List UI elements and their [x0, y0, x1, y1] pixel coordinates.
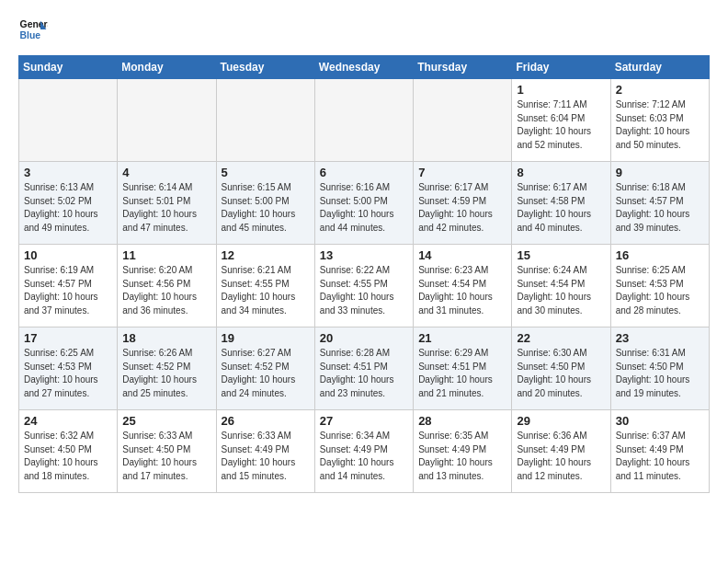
- day-number: 3: [24, 166, 112, 179]
- day-number: 25: [122, 414, 210, 428]
- day-info: Sunrise: 6:27 AM Sunset: 4:52 PM Dayligh…: [222, 347, 310, 400]
- weekday-header-tuesday: Tuesday: [216, 56, 314, 79]
- page-header: General Blue: [18, 15, 710, 44]
- calendar-cell: [314, 79, 413, 162]
- day-number: 9: [616, 166, 704, 179]
- day-info: Sunrise: 6:15 AM Sunset: 5:00 PM Dayligh…: [222, 181, 310, 235]
- day-info: Sunrise: 6:24 AM Sunset: 4:54 PM Dayligh…: [517, 264, 605, 317]
- day-number: 24: [24, 414, 112, 428]
- day-number: 14: [418, 248, 506, 262]
- calendar-table: SundayMondayTuesdayWednesdayThursdayFrid…: [18, 55, 710, 493]
- day-number: 11: [122, 248, 210, 262]
- day-info: Sunrise: 6:33 AM Sunset: 4:50 PM Dayligh…: [122, 430, 210, 483]
- day-number: 26: [222, 414, 310, 428]
- day-info: Sunrise: 6:17 AM Sunset: 4:59 PM Dayligh…: [418, 181, 506, 235]
- calendar-cell: [118, 79, 216, 162]
- calendar-cell: 29Sunrise: 6:36 AM Sunset: 4:49 PM Dayli…: [512, 410, 610, 493]
- calendar-cell: [19, 79, 118, 162]
- day-info: Sunrise: 6:16 AM Sunset: 5:00 PM Dayligh…: [320, 181, 408, 235]
- day-number: 6: [320, 166, 408, 179]
- day-info: Sunrise: 6:37 AM Sunset: 4:49 PM Dayligh…: [616, 430, 704, 483]
- logo-icon: General Blue: [18, 15, 48, 44]
- calendar-cell: 10Sunrise: 6:19 AM Sunset: 4:57 PM Dayli…: [19, 245, 118, 327]
- calendar-cell: 8Sunrise: 6:17 AM Sunset: 4:58 PM Daylig…: [512, 162, 610, 245]
- calendar-cell: 25Sunrise: 6:33 AM Sunset: 4:50 PM Dayli…: [118, 410, 216, 493]
- day-info: Sunrise: 6:35 AM Sunset: 4:49 PM Dayligh…: [418, 430, 506, 483]
- day-number: 30: [616, 414, 704, 428]
- day-info: Sunrise: 6:25 AM Sunset: 4:53 PM Dayligh…: [24, 347, 112, 400]
- svg-text:Blue: Blue: [20, 30, 41, 40]
- day-number: 21: [418, 331, 506, 345]
- day-info: Sunrise: 7:11 AM Sunset: 6:04 PM Dayligh…: [517, 98, 605, 152]
- day-info: Sunrise: 6:13 AM Sunset: 5:02 PM Dayligh…: [24, 181, 112, 235]
- calendar-cell: 24Sunrise: 6:32 AM Sunset: 4:50 PM Dayli…: [19, 410, 118, 493]
- day-info: Sunrise: 6:30 AM Sunset: 4:50 PM Dayligh…: [517, 347, 605, 400]
- calendar-cell: [216, 79, 314, 162]
- calendar-cell: 15Sunrise: 6:24 AM Sunset: 4:54 PM Dayli…: [512, 245, 610, 327]
- day-number: 13: [320, 248, 408, 262]
- day-info: Sunrise: 6:33 AM Sunset: 4:49 PM Dayligh…: [222, 430, 310, 483]
- calendar-cell: 19Sunrise: 6:27 AM Sunset: 4:52 PM Dayli…: [216, 327, 314, 410]
- day-info: Sunrise: 6:32 AM Sunset: 4:50 PM Dayligh…: [24, 430, 112, 483]
- day-number: 19: [222, 331, 310, 345]
- day-number: 2: [616, 83, 704, 97]
- weekday-header-saturday: Saturday: [610, 56, 709, 79]
- calendar-cell: 4Sunrise: 6:14 AM Sunset: 5:01 PM Daylig…: [118, 162, 216, 245]
- day-number: 10: [24, 248, 112, 262]
- calendar-cell: 28Sunrise: 6:35 AM Sunset: 4:49 PM Dayli…: [414, 410, 512, 493]
- day-number: 1: [517, 83, 605, 97]
- calendar-cell: 18Sunrise: 6:26 AM Sunset: 4:52 PM Dayli…: [118, 327, 216, 410]
- day-info: Sunrise: 6:34 AM Sunset: 4:49 PM Dayligh…: [320, 430, 408, 483]
- day-info: Sunrise: 6:23 AM Sunset: 4:54 PM Dayligh…: [418, 264, 506, 317]
- day-info: Sunrise: 6:26 AM Sunset: 4:52 PM Dayligh…: [122, 347, 210, 400]
- calendar-cell: 6Sunrise: 6:16 AM Sunset: 5:00 PM Daylig…: [314, 162, 413, 245]
- day-number: 28: [418, 414, 506, 428]
- day-number: 16: [616, 248, 704, 262]
- calendar-cell: 26Sunrise: 6:33 AM Sunset: 4:49 PM Dayli…: [216, 410, 314, 493]
- calendar-cell: 14Sunrise: 6:23 AM Sunset: 4:54 PM Dayli…: [414, 245, 512, 327]
- calendar-cell: 30Sunrise: 6:37 AM Sunset: 4:49 PM Dayli…: [610, 410, 709, 493]
- day-number: 5: [222, 166, 310, 179]
- weekday-header-friday: Friday: [512, 56, 610, 79]
- calendar-cell: [414, 79, 512, 162]
- day-info: Sunrise: 6:20 AM Sunset: 4:56 PM Dayligh…: [122, 264, 210, 317]
- logo: General Blue: [18, 15, 48, 44]
- day-number: 7: [418, 166, 506, 179]
- calendar-cell: 16Sunrise: 6:25 AM Sunset: 4:53 PM Dayli…: [610, 245, 709, 327]
- day-number: 4: [122, 166, 210, 179]
- calendar-cell: 9Sunrise: 6:18 AM Sunset: 4:57 PM Daylig…: [610, 162, 709, 245]
- day-number: 27: [320, 414, 408, 428]
- calendar-cell: 22Sunrise: 6:30 AM Sunset: 4:50 PM Dayli…: [512, 327, 610, 410]
- day-info: Sunrise: 6:25 AM Sunset: 4:53 PM Dayligh…: [616, 264, 704, 317]
- day-info: Sunrise: 6:29 AM Sunset: 4:51 PM Dayligh…: [418, 347, 506, 400]
- day-number: 23: [616, 331, 704, 345]
- weekday-header-sunday: Sunday: [19, 56, 118, 79]
- calendar-cell: 12Sunrise: 6:21 AM Sunset: 4:55 PM Dayli…: [216, 245, 314, 327]
- day-info: Sunrise: 7:12 AM Sunset: 6:03 PM Dayligh…: [616, 98, 704, 152]
- calendar-cell: 20Sunrise: 6:28 AM Sunset: 4:51 PM Dayli…: [314, 327, 413, 410]
- day-info: Sunrise: 6:31 AM Sunset: 4:50 PM Dayligh…: [616, 347, 704, 400]
- day-info: Sunrise: 6:36 AM Sunset: 4:49 PM Dayligh…: [517, 430, 605, 483]
- calendar-cell: 13Sunrise: 6:22 AM Sunset: 4:55 PM Dayli…: [314, 245, 413, 327]
- weekday-header-monday: Monday: [118, 56, 216, 79]
- day-number: 29: [517, 414, 605, 428]
- day-info: Sunrise: 6:22 AM Sunset: 4:55 PM Dayligh…: [320, 264, 408, 317]
- day-info: Sunrise: 6:28 AM Sunset: 4:51 PM Dayligh…: [320, 347, 408, 400]
- day-number: 12: [222, 248, 310, 262]
- calendar-cell: 1Sunrise: 7:11 AM Sunset: 6:04 PM Daylig…: [512, 79, 610, 162]
- day-number: 15: [517, 248, 605, 262]
- calendar-cell: 5Sunrise: 6:15 AM Sunset: 5:00 PM Daylig…: [216, 162, 314, 245]
- day-info: Sunrise: 6:14 AM Sunset: 5:01 PM Dayligh…: [122, 181, 210, 235]
- calendar-cell: 23Sunrise: 6:31 AM Sunset: 4:50 PM Dayli…: [610, 327, 709, 410]
- day-number: 22: [517, 331, 605, 345]
- weekday-header-wednesday: Wednesday: [314, 56, 413, 79]
- day-number: 8: [517, 166, 605, 179]
- calendar-cell: 11Sunrise: 6:20 AM Sunset: 4:56 PM Dayli…: [118, 245, 216, 327]
- calendar-header: SundayMondayTuesdayWednesdayThursdayFrid…: [19, 56, 710, 79]
- calendar-cell: 17Sunrise: 6:25 AM Sunset: 4:53 PM Dayli…: [19, 327, 118, 410]
- day-info: Sunrise: 6:21 AM Sunset: 4:55 PM Dayligh…: [222, 264, 310, 317]
- calendar-cell: 27Sunrise: 6:34 AM Sunset: 4:49 PM Dayli…: [314, 410, 413, 493]
- day-info: Sunrise: 6:18 AM Sunset: 4:57 PM Dayligh…: [616, 181, 704, 235]
- day-info: Sunrise: 6:17 AM Sunset: 4:58 PM Dayligh…: [517, 181, 605, 235]
- calendar-cell: 3Sunrise: 6:13 AM Sunset: 5:02 PM Daylig…: [19, 162, 118, 245]
